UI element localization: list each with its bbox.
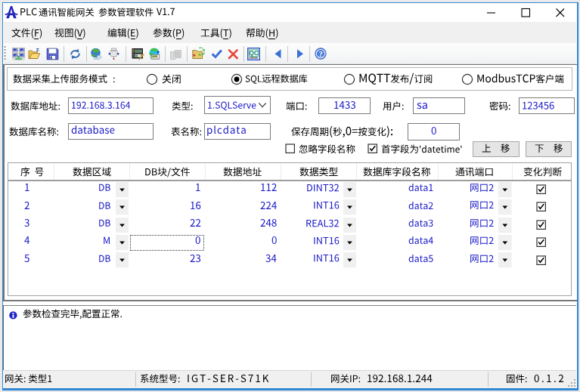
svg-text:QC: QC (249, 49, 259, 57)
svg-text:?: ? (319, 50, 323, 58)
